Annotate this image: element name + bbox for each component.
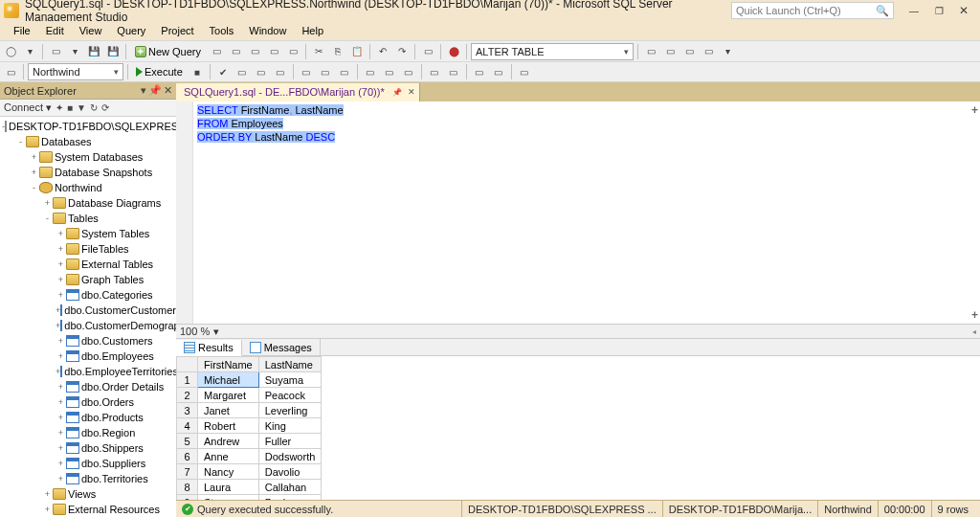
expand-icon[interactable]: - [29,184,39,192]
table-row[interactable]: 1MichaelSuyama [177,372,322,388]
copy-icon[interactable]: ⎘ [329,43,346,60]
menu-project[interactable]: Project [153,21,201,40]
database-dropdown[interactable]: Northwind [28,63,123,80]
indent-icon[interactable]: ▭ [471,63,488,80]
sync-icon[interactable]: ⟳ [101,102,109,113]
uncomment-icon[interactable]: ▭ [445,63,462,80]
cancel-query-icon[interactable]: ■ [189,63,206,80]
tree-node[interactable]: +dbo.Employees [0,348,176,364]
server-node[interactable]: DESKTOP-TD1FBDO\SQLEXPRESS (SQL Server 1… [9,121,176,132]
tab-close-icon[interactable]: ✕ [408,87,415,97]
table-row[interactable]: 5AndrewFuller [177,434,322,449]
table-row[interactable]: 4RobertKing [177,418,322,434]
refresh-icon[interactable]: ↻ [90,102,98,113]
split-top-icon[interactable]: + [971,103,978,117]
query-options-icon[interactable]: ▭ [253,63,270,80]
cell[interactable]: Callahan [258,480,322,495]
cell[interactable]: 7 [177,464,198,480]
execute-button[interactable]: Execute [132,63,187,80]
cell[interactable]: 6 [177,449,198,464]
db-engine-query-icon[interactable]: ▭ [208,43,225,60]
menu-help[interactable]: Help [294,21,331,40]
registered-servers-icon[interactable]: ▭ [700,43,717,60]
cell[interactable]: Margaret [198,388,259,403]
tree-node[interactable]: +dbo.Region [0,425,176,440]
mdx-query-icon[interactable]: ▭ [246,43,263,60]
sql-code[interactable]: SELECT FirstName, LastNameFROM Employees… [193,101,980,324]
table-row[interactable]: 6AnneDodsworth [177,449,322,464]
expand-icon[interactable]: + [56,245,66,254]
properties-icon[interactable]: ▭ [661,43,679,60]
menu-view[interactable]: View [72,21,110,40]
parse-icon[interactable]: ✔ [214,63,232,80]
cell[interactable]: Peacock [258,388,322,403]
dropdown-icon[interactable]: ▾ [141,84,146,97]
undo-icon[interactable]: ↶ [374,43,391,60]
expand-icon[interactable]: + [56,444,66,453]
menu-window[interactable]: Window [241,21,294,40]
tree-node[interactable]: +System Databases [0,149,176,165]
tree-node[interactable]: +dbo.CustomerCustomerDemo [0,303,176,318]
expand-icon[interactable]: + [56,276,66,284]
results-tab[interactable]: Results [176,340,242,356]
filter-icon[interactable]: ▼ [77,102,86,113]
close-button[interactable]: ✕ [951,2,976,19]
tree-node[interactable]: +External Resources [0,502,176,517]
cell[interactable]: Leverling [258,403,322,418]
expand-icon[interactable]: + [56,398,66,407]
cell[interactable]: 1 [177,372,198,388]
nav-fwd-icon[interactable]: ▾ [21,43,38,60]
new-project-icon[interactable]: ▭ [47,43,64,60]
menu-edit[interactable]: Edit [38,21,72,40]
specify-values-icon[interactable]: ▭ [516,63,533,80]
column-header[interactable] [177,357,198,372]
column-header[interactable]: LastName [258,357,322,372]
estimated-plan-icon[interactable]: ▭ [234,63,251,80]
outdent-icon[interactable]: ▭ [490,63,507,80]
actual-plan-icon[interactable]: ▭ [298,63,315,80]
cell[interactable]: Laura [198,480,259,495]
cell[interactable]: 8 [177,480,198,495]
tree-node[interactable]: +dbo.Territories [0,471,176,486]
close-panel-icon[interactable]: ✕ [164,84,172,97]
toolbox-icon[interactable]: ▭ [680,43,698,60]
cell[interactable]: Fuller [258,434,322,449]
expand-icon[interactable]: + [56,337,66,346]
cell[interactable]: Anne [198,449,259,464]
analysis-query-icon[interactable]: ▭ [227,43,244,60]
split-bottom-icon[interactable]: + [971,308,978,322]
tree-node[interactable]: +dbo.Customers [0,333,176,348]
expand-icon[interactable]: + [56,475,66,483]
expand-icon[interactable]: + [56,260,66,269]
expand-icon[interactable]: + [29,169,39,177]
cell[interactable]: Suyama [258,372,322,388]
zoom-bar[interactable]: 100 %▾ [176,324,980,339]
cell[interactable]: Robert [198,418,259,434]
sql-editor[interactable]: SELECT FirstName, LastNameFROM Employees… [176,101,980,324]
table-row[interactable]: 7NancyDavolio [177,464,322,480]
tree-node[interactable]: -Databases [0,134,176,149]
tree-node[interactable]: -Tables [0,211,176,226]
disconnect-icon[interactable]: ✦ [56,102,63,113]
expand-icon[interactable]: + [42,506,53,514]
object-tree[interactable]: -DESKTOP-TD1FBDO\SQLEXPRESS (SQL Server … [0,117,176,517]
minimize-button[interactable]: — [902,2,926,19]
tree-node[interactable]: +System Tables [0,226,176,241]
tree-node[interactable]: +dbo.CustomerDemographics [0,318,176,333]
expand-icon[interactable]: + [29,153,39,162]
expand-icon[interactable]: + [56,352,66,361]
results-grid[interactable]: FirstNameLastName1MichaelSuyama2Margaret… [176,356,980,500]
client-stats-icon[interactable]: ▭ [336,63,353,80]
tree-node[interactable]: -Northwind [0,180,176,195]
cell[interactable]: 4 [177,418,198,434]
cell[interactable]: Andrew [198,434,259,449]
paste-icon[interactable]: 📋 [348,43,366,60]
cell[interactable]: Michael [198,372,259,388]
pin-icon[interactable]: 📌 [148,84,162,97]
cut-icon[interactable]: ✂ [310,43,327,60]
comment-icon[interactable]: ▭ [419,43,436,60]
expand-icon[interactable]: + [42,490,53,499]
ddl-template-dropdown[interactable]: ALTER TABLE [471,43,634,60]
results-file-icon[interactable]: ▭ [400,63,417,80]
save-all-icon[interactable]: 💾 [104,43,122,60]
